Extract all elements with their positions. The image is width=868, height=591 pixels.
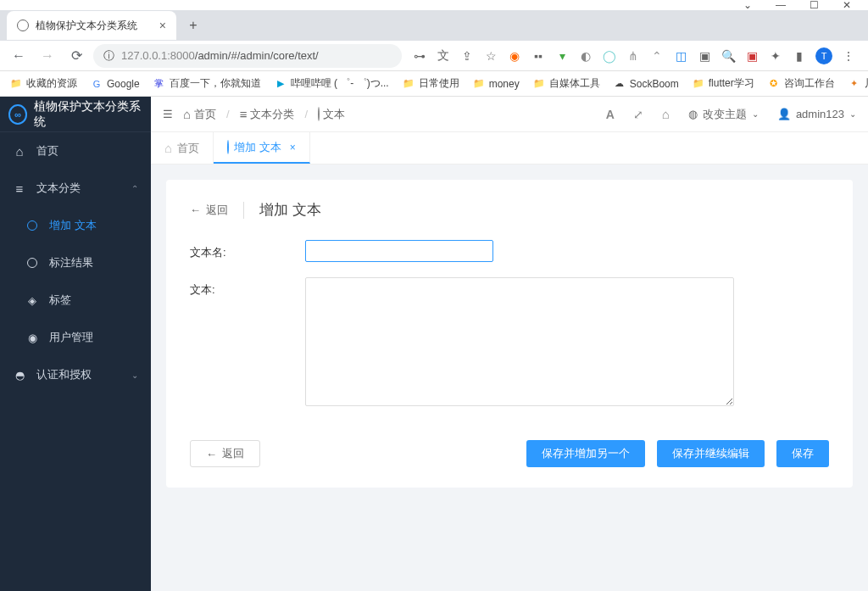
topbar-home-icon[interactable]	[662, 107, 670, 121]
url-port: :8000	[167, 49, 195, 62]
bookmark-item[interactable]: GGoogle	[91, 78, 140, 90]
user-dropdown[interactable]: admin123 ⌄	[777, 108, 856, 120]
sidebar-item-label: 增加 文本	[49, 218, 97, 233]
nav-forward-button[interactable]: →	[36, 44, 59, 68]
bookmark-item[interactable]: ▶哔哩哔哩 ( ゜- ゜)つ...	[275, 76, 389, 91]
save-add-another-button[interactable]: 保存并增加另一个	[526, 440, 645, 467]
tab-close-icon[interactable]: ×	[159, 19, 166, 32]
sidebar-item-label: 用户管理	[49, 330, 93, 345]
more-ext-icon[interactable]: ▮	[792, 48, 807, 64]
tab-home[interactable]: 首页	[151, 132, 214, 164]
bookmark-item[interactable]: ☁SockBoom	[614, 78, 679, 90]
arrow-left-icon: ←	[206, 448, 217, 460]
win-hide-icon[interactable]: —	[776, 0, 786, 11]
url-host: 127.0.0.1	[121, 49, 167, 62]
nav-back-button[interactable]: ←	[7, 44, 31, 68]
text-body-textarea[interactable]	[305, 277, 734, 406]
ext-icon-3[interactable]: ▾	[554, 48, 570, 64]
back-link[interactable]: ← 返回	[190, 203, 228, 218]
breadcrumb-home[interactable]: 首页	[183, 107, 216, 122]
save-button[interactable]: 保存	[776, 440, 829, 467]
sidebar-item-tags[interactable]: 标签	[0, 282, 151, 319]
list-icon	[13, 181, 26, 196]
ext-icon-9[interactable]: ▣	[697, 48, 712, 64]
font-icon[interactable]	[606, 108, 615, 121]
win-close-icon[interactable]: ✕	[843, 0, 851, 11]
ext-icon-6[interactable]: ⋔	[626, 48, 641, 64]
chevron-down-icon: ⌄	[752, 109, 759, 119]
text-name-input[interactable]	[305, 240, 493, 262]
fullscreen-icon[interactable]	[633, 108, 643, 121]
app-title: 植物保护文本分类系统	[34, 99, 142, 130]
user-label: admin123	[796, 108, 844, 120]
home-icon	[13, 144, 26, 159]
ext-icon-8[interactable]: ◫	[673, 48, 688, 64]
circle-icon	[227, 141, 229, 153]
bookmark-item[interactable]: 📁money	[473, 78, 520, 90]
circle-icon	[25, 258, 39, 268]
bookmark-item[interactable]: 掌百度一下，你就知道	[153, 76, 261, 91]
sidebar-item-text-classify[interactable]: 文本分类 ⌃	[0, 170, 151, 207]
bookmark-item[interactable]: 📁flutter学习	[693, 76, 754, 91]
bookmark-item[interactable]: ✪咨询工作台	[768, 76, 835, 91]
topbar: 首页 / 文本分类 / 文本 改变主题 ⌄ admin123 ⌄	[151, 97, 868, 132]
circle-icon	[25, 220, 39, 231]
crumb-sep: /	[226, 108, 230, 120]
url-path: /admin/#/admin/core/text/	[195, 49, 319, 62]
star-icon[interactable]: ☆	[483, 48, 498, 64]
ext-icon-5[interactable]: ◯	[602, 48, 617, 64]
ext-icon-11[interactable]: ▣	[744, 48, 760, 64]
win-min-icon[interactable]: ⌄	[743, 0, 752, 11]
menu-toggle-icon[interactable]	[163, 108, 173, 120]
bookmark-item[interactable]: 📁收藏的资源	[10, 76, 77, 91]
user-icon	[25, 332, 39, 344]
sidebar-item-user-mgmt[interactable]: 用户管理	[0, 319, 151, 356]
label-text-body: 文本:	[190, 277, 305, 406]
url-input[interactable]: ⓘ 127.0.0.1:8000/admin/#/admin/core/text…	[93, 44, 402, 68]
bookmarks-bar: 📁收藏的资源 GGoogle 掌百度一下，你就知道 ▶哔哩哔哩 ( ゜- ゜)つ…	[0, 71, 868, 97]
sidebar: ∞ 植物保护文本分类系统 首页 文本分类 ⌃ 增加 文本 标注结果 标签 用户管…	[0, 97, 151, 591]
save-continue-button[interactable]: 保存并继续编辑	[657, 440, 765, 467]
chevron-up-icon: ⌃	[131, 184, 138, 193]
sidebar-header: ∞ 植物保护文本分类系统	[0, 97, 151, 132]
key-icon[interactable]: ⊶	[412, 48, 427, 64]
tab-label: 首页	[177, 141, 199, 156]
button-label: 返回	[222, 446, 244, 461]
ext-icon-4[interactable]: ◐	[578, 48, 593, 64]
chevron-down-icon: ⌄	[849, 109, 856, 119]
browser-tab[interactable]: 植物保护文本分类系统 ×	[7, 11, 176, 40]
translate-icon[interactable]: 文	[436, 48, 451, 64]
sidebar-item-label: 标注结果	[49, 255, 93, 270]
browser-menu-icon[interactable]: ⋮	[841, 48, 856, 64]
breadcrumb-category[interactable]: 文本分类	[240, 107, 295, 122]
nav-reload-button[interactable]: ⟳	[64, 44, 88, 68]
bookmark-item[interactable]: 📁自媒体工具	[533, 76, 600, 91]
page-title: 增加 文本	[259, 200, 321, 220]
list-icon	[240, 107, 248, 121]
sidebar-item-label: 首页	[36, 143, 58, 159]
win-max-icon[interactable]: ☐	[810, 0, 819, 11]
ext-icon-1[interactable]: ◉	[507, 48, 522, 64]
extensions-icon[interactable]: ✦	[768, 48, 783, 64]
tab-add-text[interactable]: 增加 文本 ×	[214, 132, 310, 164]
sidebar-item-auth[interactable]: 认证和授权 ⌄	[0, 356, 151, 393]
home-icon	[183, 107, 191, 121]
tab-title: 植物保护文本分类系统	[36, 19, 137, 33]
chevron-down-icon: ⌄	[131, 371, 138, 380]
share-icon[interactable]: ⇪	[459, 48, 475, 64]
sidebar-item-annotation[interactable]: 标注结果	[0, 244, 151, 282]
bookmark-item[interactable]: 📁日常使用	[403, 76, 459, 91]
sidebar-item-home[interactable]: 首页	[0, 132, 151, 170]
theme-dropdown[interactable]: 改变主题 ⌄	[688, 107, 759, 122]
ext-icon-7[interactable]: ⌃	[649, 48, 665, 64]
breadcrumb-text[interactable]: 文本	[318, 107, 345, 122]
back-button[interactable]: ← 返回	[190, 440, 260, 467]
sidebar-item-add-text[interactable]: 增加 文本	[0, 207, 151, 244]
sidebar-item-label: 认证和授权	[36, 367, 92, 382]
profile-avatar[interactable]: T	[815, 47, 832, 64]
new-tab-button[interactable]: +	[181, 14, 205, 37]
ext-icon-2[interactable]: ▪▪	[531, 48, 546, 64]
ext-icon-10[interactable]: 🔍	[721, 48, 736, 64]
bookmark-item[interactable]: ✦川虎ChatGPT 🚀	[849, 76, 868, 91]
tab-close-icon[interactable]: ×	[290, 142, 296, 153]
